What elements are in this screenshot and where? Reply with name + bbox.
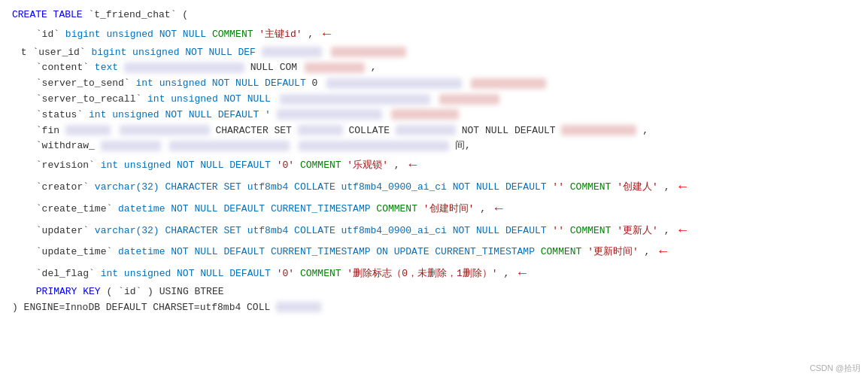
blur-7 bbox=[280, 94, 430, 105]
arrow-updater: ← bbox=[678, 220, 687, 242]
blur-engine bbox=[276, 302, 321, 312]
code-line-14: `update_time` datetime NOT NULL DEFAULT … bbox=[12, 241, 856, 263]
code-line-4: `content` text NULL COM , bbox=[12, 60, 856, 76]
blur-10 bbox=[391, 109, 459, 120]
code-line-9: `withdraw_ 间, bbox=[12, 138, 856, 154]
blur-5 bbox=[326, 78, 462, 89]
code-line-7: `status` int unsigned NOT NULL DEFAULT ' bbox=[12, 108, 856, 123]
code-line-2: `id` bigint unsigned NOT NULL COMMENT '主… bbox=[12, 23, 856, 45]
blur-1 bbox=[262, 47, 322, 57]
code-line-8: `fin CHARACTER SET COLLATE NOT NULL DEFA… bbox=[12, 123, 856, 139]
blur-9 bbox=[277, 109, 382, 120]
blur-11 bbox=[65, 125, 111, 135]
blur-4 bbox=[305, 62, 365, 73]
arrow-creator: ← bbox=[678, 176, 687, 198]
arrow-create-time: ← bbox=[495, 198, 503, 220]
code-line-17: ) ENGINE=InnoDB DEFAULT CHARSET=utf8mb4 … bbox=[12, 300, 856, 316]
watermark: CSDN @拾玥 bbox=[810, 363, 860, 374]
code-line-15: `del_flag` int unsigned NOT NULL DEFAULT… bbox=[12, 263, 856, 284]
blur-12 bbox=[120, 125, 210, 135]
blur-14 bbox=[396, 125, 456, 135]
arrow-revision: ← bbox=[408, 154, 417, 176]
blur-3 bbox=[124, 62, 244, 73]
code-block: CREATE TABLE `t_friend_chat` ( `id` bigi… bbox=[0, 0, 868, 380]
blur-8 bbox=[439, 94, 499, 105]
arrow-id: ← bbox=[323, 23, 331, 45]
blur-17 bbox=[169, 141, 290, 151]
arrow-update-time: ← bbox=[659, 241, 667, 263]
code-line-10: `revision` int unsigned NOT NULL DEFAULT… bbox=[12, 154, 856, 176]
code-line-13: `updater` varchar(32) CHARACTER SET utf8… bbox=[12, 220, 856, 242]
code-line-11: `creator` varchar(32) CHARACTER SET utf8… bbox=[12, 176, 856, 198]
blur-13 bbox=[298, 125, 343, 135]
blur-18 bbox=[299, 141, 449, 151]
code-line-12: `create_time` datetime NOT NULL DEFAULT … bbox=[12, 198, 856, 220]
code-line-3: t `user_id` bigint unsigned NOT NULL DEF bbox=[12, 45, 856, 61]
code-line-6: `server_to_recall` int unsigned NOT NULL bbox=[12, 92, 856, 108]
code-line-16: PRIMARY KEY ( `id` ) USING BTREE bbox=[12, 284, 856, 300]
keyword-create: CREATE TABLE bbox=[12, 9, 83, 20]
blur-16 bbox=[101, 141, 161, 151]
code-line-5: `server_to_send` int unsigned NOT NULL D… bbox=[12, 76, 856, 92]
blur-2 bbox=[331, 47, 406, 57]
code-line-1: CREATE TABLE `t_friend_chat` ( bbox=[12, 8, 856, 23]
blur-6 bbox=[471, 78, 546, 89]
arrow-del-flag: ← bbox=[518, 263, 527, 284]
blur-15 bbox=[561, 125, 636, 135]
